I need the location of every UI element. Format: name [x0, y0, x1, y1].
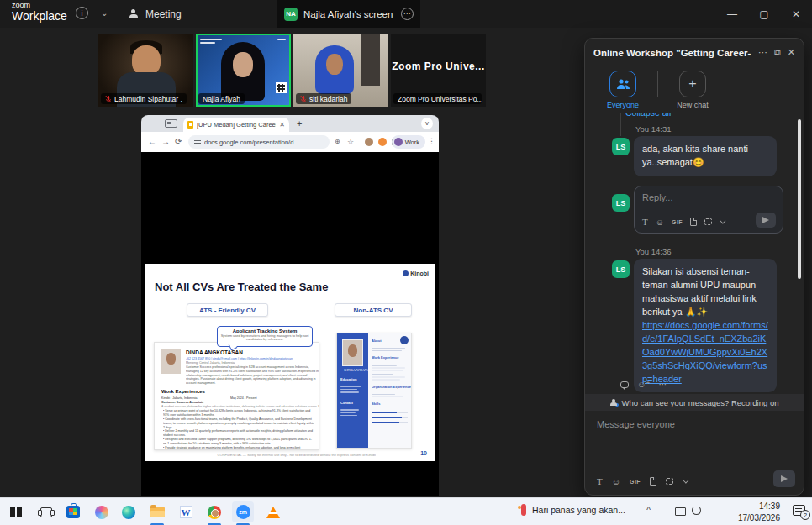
emoji-icon[interactable]: ☺	[656, 218, 664, 227]
gif-icon[interactable]: GIF	[630, 479, 641, 485]
avatar[interactable]: LS	[612, 138, 630, 155]
copilot-button[interactable]	[91, 501, 113, 522]
chat-scrollbar[interactable]	[798, 119, 801, 279]
chevron-down-icon[interactable]	[683, 477, 689, 483]
file-explorer-button[interactable]	[146, 501, 168, 522]
tab-everyone[interactable]: Everyone	[598, 71, 647, 109]
display-tray-icon[interactable]	[675, 507, 686, 516]
ats-friendly-cv-example: DINDA ANGKOTASAN +62 123 4567 890 | dind…	[154, 342, 319, 450]
tab-najla-screen[interactable]: NA Najla Afiyah's screen ⋯	[277, 0, 420, 28]
attach-file-icon[interactable]	[650, 477, 656, 486]
tab-meeting[interactable]: Meeting	[128, 0, 182, 28]
tab-options-icon[interactable]: ⋯	[401, 8, 414, 20]
reload-icon[interactable]: ⟳	[175, 137, 182, 146]
avatar[interactable]: LS	[612, 194, 630, 212]
plus-icon: +	[679, 71, 706, 97]
qr-code	[276, 82, 287, 93]
site-settings-icon[interactable]	[194, 139, 201, 145]
zoom-page-icon[interactable]: ⊕	[335, 138, 340, 145]
more-actions-icon[interactable]: ⋯	[659, 380, 668, 389]
chat-more-icon[interactable]: ⋯	[758, 47, 767, 58]
send-button[interactable]	[756, 213, 776, 228]
format-icon[interactable]: T	[642, 217, 648, 227]
attach-file-icon[interactable]	[690, 218, 697, 226]
skill-bar	[372, 417, 408, 419]
avatar[interactable]: LS	[612, 260, 630, 278]
new-chat-button[interactable]: + New chat	[668, 71, 717, 109]
bookmark-star-icon[interactable]: ☆	[347, 138, 354, 146]
address-bar[interactable]: docs.google.com/presentation/d...	[188, 135, 330, 149]
participant-video-najla[interactable]: Najla Afiyah	[196, 34, 291, 107]
message-meta: You 14:31	[635, 124, 671, 134]
chat-popout-icon[interactable]: ⧉	[774, 47, 781, 58]
emoji-icon[interactable]: ☺	[612, 477, 620, 486]
restore-button[interactable]: ▢	[748, 0, 780, 28]
browser-profile-button[interactable]: Work	[392, 135, 425, 149]
thread-line	[620, 113, 621, 136]
start-button[interactable]	[5, 501, 27, 522]
reply-input[interactable]: Reply... T ☺ GIF	[634, 186, 783, 234]
participant-video-siti[interactable]: siti kadariah	[293, 34, 388, 107]
chrome-button[interactable]	[203, 501, 225, 522]
mic-muted-icon	[300, 95, 307, 103]
notification-center-button[interactable]: 2	[793, 505, 805, 516]
browser-tab[interactable]: [UPU Medan] Getting Career- ✕	[183, 118, 289, 132]
privacy-bar[interactable]: Who can see your messages? Recording on	[585, 394, 804, 411]
tab-search-icon[interactable]	[165, 119, 177, 128]
info-icon[interactable]: i	[76, 7, 88, 19]
reply-placeholder: Reply...	[642, 192, 775, 202]
profile-avatar	[394, 138, 403, 146]
screenshot-icon[interactable]	[666, 478, 673, 485]
windows-icon	[10, 507, 22, 518]
browser-menu-icon[interactable]: ⋮	[428, 137, 435, 145]
reply-in-thread-icon[interactable]	[620, 381, 629, 388]
vlc-button[interactable]	[262, 501, 284, 522]
chat-message[interactable]: Silakan isi absensi teman-teman alumni U…	[634, 259, 777, 392]
participant-video-zoom-pro[interactable]: Zoom Pro Unive... Zoom Pro Universitas P…	[391, 34, 486, 107]
cv-name: DINDA ANGKOTASAN	[186, 349, 243, 355]
update-tray-icon[interactable]	[692, 506, 701, 515]
forward-icon[interactable]: →	[161, 137, 170, 146]
send-icon	[762, 217, 769, 223]
chrome-icon	[208, 506, 221, 519]
chat-message[interactable]: ada, akan kita share nanti ya..semagat😊	[634, 136, 777, 176]
zoom-titlebar: zoom Workplace i ⌄ Meeting NA Najla Afiy…	[0, 0, 812, 28]
chat-panel: Online Workshop "Getting Career-Ready: U…	[584, 38, 804, 496]
compose-area[interactable]: Message everyone T ☺ GIF	[585, 411, 804, 495]
zoom-app-button[interactable]: zm	[232, 501, 254, 522]
chat-message-list[interactable]: Collapse all You 14:31 LS ada, akan kita…	[585, 113, 804, 394]
absensi-form-link[interactable]: https://docs.google.com/forms/d/e/1FAIpQ…	[642, 320, 768, 384]
close-button[interactable]: ✕	[780, 0, 812, 28]
clock[interactable]: 14:39 17/03/2026	[738, 501, 780, 523]
microsoft-store-button[interactable]	[62, 501, 84, 522]
tray-chevron-icon[interactable]: ^	[646, 506, 651, 515]
extension-icon[interactable]	[378, 138, 387, 146]
task-view-button[interactable]	[35, 501, 57, 522]
weather-widget[interactable]: Hari panas yang akan...	[521, 504, 625, 516]
ats-callout: Applicant Tracking System System used by…	[217, 326, 313, 347]
chat-close-icon[interactable]: ✕	[788, 47, 795, 58]
slide: Kinobi Not All CVs Are Treated the Same …	[145, 264, 435, 461]
participant-video-lahmudin[interactable]: Lahmudin Sipahutar .	[98, 34, 193, 107]
screenshot-icon[interactable]	[704, 218, 712, 225]
back-icon[interactable]: ←	[148, 137, 156, 146]
add-reaction-icon[interactable]: ☺⁺	[637, 380, 651, 389]
edge-button[interactable]	[118, 501, 140, 522]
extension-icon[interactable]	[365, 138, 373, 146]
collapse-all-link[interactable]: Collapse all	[625, 113, 671, 118]
participant-name-label: Zoom Pro Universitas Po...	[393, 93, 482, 104]
tab-close-icon[interactable]: ✕	[279, 121, 285, 129]
windows-taskbar: W zm Hari panas yang akan... ^ 14:39 17/…	[0, 497, 812, 525]
new-tab-icon[interactable]: +	[297, 118, 302, 129]
chevron-down-icon[interactable]: ⌄	[101, 8, 108, 18]
format-icon[interactable]: T	[597, 476, 603, 486]
minimize-button[interactable]: —	[716, 0, 748, 28]
tab-strip-chevron-icon[interactable]: v	[421, 118, 433, 129]
participant-name-label: Lahmudin Sipahutar .	[101, 93, 187, 104]
word-button[interactable]: W	[175, 501, 197, 522]
temperature-icon	[521, 504, 526, 516]
chevron-down-icon[interactable]	[720, 218, 726, 223]
gif-icon[interactable]: GIF	[672, 219, 683, 225]
kinobi-logo-icon	[403, 270, 409, 276]
send-button[interactable]	[773, 470, 795, 487]
